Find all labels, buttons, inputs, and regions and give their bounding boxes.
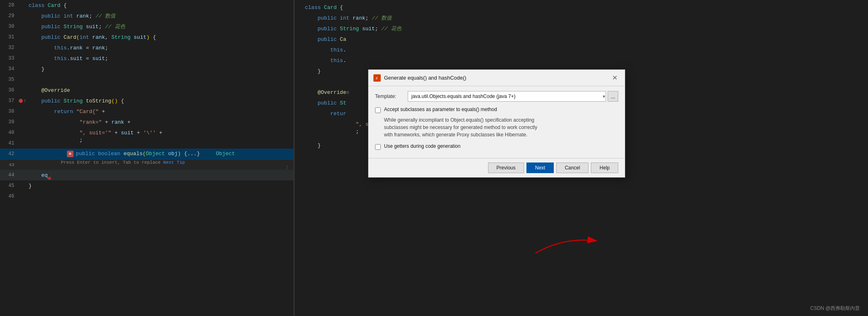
code-line-43: 43 Press Enter to insert, Tab to replace…	[0, 159, 293, 170]
checkbox1-row: Accept subclasses as parameter to equals…	[375, 107, 618, 113]
gutter-37: ↑	[18, 98, 27, 103]
template-select-wrapper: java.util.Objects.equals and hashCode (j…	[408, 91, 618, 102]
autocomplete-options-btn[interactable]: ⋮	[285, 165, 289, 170]
line-content-34: }	[27, 66, 293, 72]
code-line-33: 33 this.suit = suit;	[0, 53, 293, 64]
svg-text:J: J	[376, 76, 377, 80]
left-code-panel: 28 class Card { 29 public int rank; // 数…	[0, 0, 294, 316]
line-num-28: 28	[0, 2, 18, 8]
code-line-32: 32 this.rank = rank;	[0, 42, 293, 53]
line-num-43: 43	[0, 162, 18, 167]
previous-button[interactable]: Previous	[488, 162, 524, 173]
description-text: While generally incompliant to Object.eq…	[384, 116, 618, 138]
cancel-button[interactable]: Cancel	[556, 162, 588, 173]
left-code-editor[interactable]: 28 class Card { 29 public int rank; // 数…	[0, 0, 293, 316]
code-line-46: 46	[0, 191, 293, 202]
code-line-35: 35	[0, 74, 293, 85]
line-content-31: public Card(int rank, String suit) {	[27, 34, 293, 40]
help-button[interactable]: Help	[591, 162, 618, 173]
code-line-37: 37 ↑ public String toString() {	[0, 96, 293, 106]
template-row: Template: java.util.Objects.equals and h…	[375, 91, 618, 102]
line-content-29: public int rank; // 数值	[27, 12, 293, 20]
dialog-close-button[interactable]: ✕	[610, 73, 620, 82]
line-num-34: 34	[0, 66, 18, 72]
code-line-39: 39 "rank=" + rank +	[0, 117, 293, 127]
line-num-33: 33	[0, 56, 18, 61]
line-content-38: return "Card{" +	[27, 109, 293, 115]
line-content-28: class Card {	[27, 2, 293, 9]
line-num-42: 42	[0, 151, 18, 157]
line-num-29: 29	[0, 13, 18, 19]
checkbox2-label: Use getters during code generation	[384, 143, 460, 149]
next-button[interactable]: Next	[526, 162, 554, 173]
use-getters-checkbox[interactable]	[375, 144, 381, 150]
dialog-overlay: J Generate equals() and hashCode() ✕ Tem…	[295, 0, 868, 316]
line-num-45: 45	[0, 183, 18, 189]
template-dots-button[interactable]: ...	[608, 91, 618, 102]
line-content-46	[27, 194, 293, 200]
line-content-40: ", suit='" + suit + '\'' +	[27, 130, 293, 136]
line-content-44: eq_	[27, 172, 293, 178]
code-line-31: 31 public Card(int rank, String suit) {	[0, 32, 293, 42]
arrow-annotation	[531, 229, 621, 261]
line-num-44: 44	[0, 172, 18, 178]
code-line-45: 45 }	[0, 180, 293, 191]
line-num-39: 39	[0, 119, 18, 125]
dialog-body: Template: java.util.Objects.equals and h…	[369, 86, 625, 158]
line-num-30: 30	[0, 24, 18, 29]
accept-subclasses-checkbox[interactable]	[375, 107, 381, 113]
line-num-31: 31	[0, 34, 18, 40]
checkbox2-row: Use getters during code generation	[375, 143, 618, 150]
template-label: Template:	[375, 93, 408, 99]
line-content-32: this.rank = rank;	[27, 45, 293, 51]
line-num-46: 46	[0, 194, 18, 199]
generate-dialog: J Generate equals() and hashCode() ✕ Tem…	[368, 69, 625, 178]
line-num-36: 36	[0, 87, 18, 93]
checkbox1-label: Accept subclasses as parameter to equals…	[384, 107, 497, 112]
code-line-40: 40 ", suit='" + suit + '\'' +	[0, 127, 293, 138]
next-tip-link[interactable]: Next Tip	[163, 160, 185, 165]
dialog-buttons: Previous Next Cancel Help	[369, 158, 625, 177]
line-content-39: "rank=" + rank +	[27, 119, 293, 125]
line-content-36: @Override	[27, 87, 293, 93]
template-select[interactable]: java.util.Objects.equals and hashCode (j…	[408, 91, 606, 102]
right-code-panel: class Card { public int rank; // 数值 publ…	[295, 0, 868, 316]
dialog-title: Generate equals() and hashCode()	[384, 75, 610, 81]
line-num-35: 35	[0, 77, 18, 82]
line-content-45: }	[27, 183, 293, 189]
line-content-35	[27, 77, 293, 83]
code-line-30: 30 public String suit; // 花色	[0, 21, 293, 32]
main-container: 28 class Card { 29 public int rank; // 数…	[0, 0, 868, 316]
dialog-app-icon: J	[373, 74, 381, 82]
line-num-38: 38	[0, 109, 18, 114]
code-line-29: 29 public int rank; // 数值	[0, 11, 293, 21]
line-num-32: 32	[0, 45, 18, 51]
line-num-40: 40	[0, 130, 18, 136]
line-content-30: public String suit; // 花色	[27, 23, 293, 30]
line-content-33: this.suit = suit;	[27, 56, 293, 62]
code-line-44: 44 eq_	[0, 170, 293, 180]
code-line-36: 36 @Override	[0, 85, 293, 96]
code-line-38: 38 return "Card{" +	[0, 106, 293, 117]
code-lines-left: 28 class Card { 29 public int rank; // 数…	[0, 0, 293, 202]
code-line-34: 34 }	[0, 64, 293, 74]
dialog-titlebar: J Generate equals() and hashCode() ✕	[369, 70, 625, 86]
line-content-37: public String toString() {	[27, 98, 293, 104]
line-num-41: 41	[0, 140, 18, 146]
code-line-28: 28 class Card {	[0, 0, 293, 11]
line-num-37: 37	[0, 98, 18, 104]
